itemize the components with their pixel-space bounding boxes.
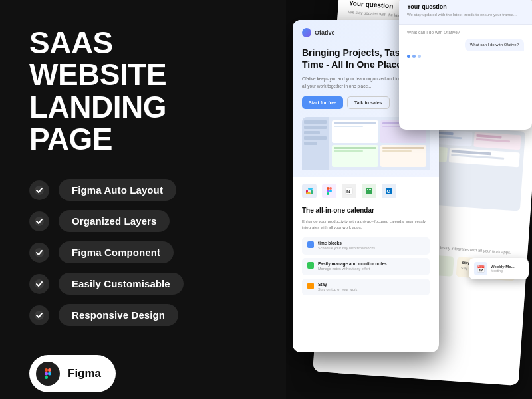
front-feat2-desc: Manage notes without any effort [318, 267, 387, 272]
chat-title: Your question [407, 3, 524, 10]
svg-rect-9 [45, 376, 48, 379]
chat-body: What can I do with Ofative? What can I d… [399, 25, 532, 63]
meeting-badge: 📅 Weekly Me... Meeting [469, 258, 529, 279]
app-sidebar [302, 117, 329, 170]
svg-rect-39 [366, 188, 372, 194]
time-blocks-icon [307, 241, 314, 248]
feature-list: Figma Auto Layout Organized Layers Figma… [29, 179, 257, 326]
typing-indicator [407, 55, 524, 58]
svg-rect-7 [45, 372, 48, 376]
check-icon-2 [29, 211, 49, 231]
feature-label-1: Figma Auto Layout [59, 179, 176, 201]
figma-icon [36, 362, 60, 386]
front-logo-icon [302, 28, 311, 37]
figma-label: Figma [68, 367, 101, 380]
svg-rect-33 [329, 187, 332, 190]
front-figma-icon [322, 184, 336, 198]
svg-rect-32 [327, 187, 329, 190]
title-line2: LANDING PAGE [29, 90, 166, 156]
stay-icon [307, 283, 314, 289]
svg-rect-6 [48, 368, 51, 372]
notes-icon [307, 262, 314, 269]
chat-card-header: Your question We stay updated with the l… [399, 0, 532, 25]
front-feat1-title: time blocks [318, 241, 375, 245]
check-icon-1 [29, 180, 49, 200]
left-panel: SAAS WEBSITE LANDING PAGE Figma Auto Lay… [0, 0, 286, 399]
feature-item-4: Easily Customisable [29, 273, 257, 295]
page-title: SAAS WEBSITE LANDING PAGE [29, 27, 257, 155]
front-outlook-icon: O [382, 184, 396, 198]
svg-rect-31 [306, 192, 311, 194]
feature-item-2: Organized Layers [29, 210, 257, 232]
svg-rect-30 [311, 190, 313, 194]
svg-point-8 [48, 372, 51, 376]
check-icon-3 [29, 243, 49, 263]
svg-text:O: O [387, 189, 391, 194]
front-notion-icon: N [342, 184, 356, 198]
front-feat3-title: Stay [318, 282, 357, 287]
svg-rect-40 [367, 189, 368, 190]
svg-rect-5 [45, 368, 48, 372]
front-logo: Ofative [302, 28, 335, 37]
front-start-button[interactable]: Start for free [302, 96, 343, 109]
front-feat2-title: Easily manage and monitor notes [318, 261, 387, 266]
front-feat1-desc: Schedule your day with time blocks [318, 246, 375, 251]
feature-item-1: Figma Auto Layout [29, 179, 257, 201]
front-sales-button[interactable]: Talk to sales [347, 96, 390, 109]
feature-label-5: Responsive Design [59, 304, 178, 326]
front-cal-desc: Enhance your productivity with a privacy… [302, 219, 430, 231]
check-icon-4 [29, 274, 49, 294]
svg-point-35 [329, 190, 332, 192]
typing-dot-3 [418, 55, 421, 58]
chat-sub: We stay updated with the latest trends t… [407, 12, 524, 17]
front-mini-features: time blocks Schedule your day with time … [302, 237, 430, 295]
title-line1: SAAS WEBSITE [29, 25, 166, 92]
front-feat3-desc: Stay on top of your work [318, 287, 357, 293]
check-icon-5 [29, 305, 49, 325]
typing-dot-1 [407, 55, 410, 58]
feature-label-4: Easily Customisable [59, 273, 184, 295]
chat-placeholder: What can I do with Ofative? [407, 30, 524, 35]
front-sheets-icon [362, 184, 376, 198]
svg-rect-29 [308, 188, 313, 190]
front-logo-text: Ofative [315, 29, 335, 36]
chat-bubble-row: What can I do with Ofative? [407, 39, 524, 51]
front-body: N O The all-in- [293, 177, 439, 302]
front-mini-feature-2: Easily manage and monitor notes Manage n… [302, 258, 430, 275]
svg-rect-36 [327, 192, 329, 195]
feature-label-3: Figma Component [59, 241, 174, 263]
front-mini-feature-3: Stay Stay on top of your work [302, 279, 430, 296]
feature-label-2: Organized Layers [59, 210, 170, 232]
front-cal-heading: The all-in-one calendar [302, 206, 430, 215]
meeting-icon: 📅 [474, 262, 487, 275]
svg-rect-41 [369, 189, 371, 190]
right-panel: Your question We stay updated with the l… [286, 0, 532, 399]
feature-item-5: Responsive Design [29, 304, 257, 326]
typing-dot-2 [412, 55, 416, 58]
meeting-sub: Meeting [491, 269, 515, 273]
front-slack-icon [302, 184, 317, 198]
svg-text:N: N [346, 188, 350, 194]
svg-rect-34 [327, 190, 329, 192]
front-integrations: N O [302, 184, 430, 198]
chat-card: Your question We stay updated with the l… [399, 0, 532, 130]
chat-bubble: What can I do with Ofative? [465, 39, 524, 51]
feature-item-3: Figma Component [29, 241, 257, 263]
front-mini-feature-1: time blocks Schedule your day with time … [302, 237, 430, 255]
figma-badge: Figma [29, 355, 116, 392]
